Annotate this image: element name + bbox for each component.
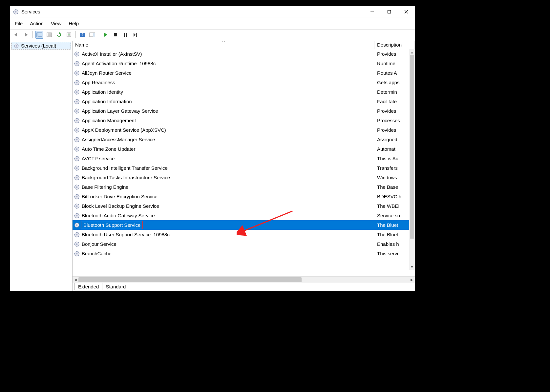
- gear-icon: [74, 213, 80, 219]
- start-service-icon[interactable]: [102, 31, 110, 39]
- service-name-cell: Agent Activation Runtime_10988c: [73, 61, 374, 67]
- service-name-label: Background Tasks Infrastructure Service: [81, 175, 171, 180]
- horizontal-scrollbar[interactable]: ◀ ▶: [73, 276, 415, 283]
- menu-file[interactable]: File: [15, 21, 23, 26]
- service-row[interactable]: AppX Deployment Service (AppXSVC)Provide…: [73, 125, 415, 135]
- close-button[interactable]: [398, 6, 415, 17]
- scroll-down-icon[interactable]: ▼: [409, 264, 415, 270]
- services-list-pane: Name ︿ Description ActiveX Installer (Ax…: [73, 41, 415, 291]
- svg-rect-29: [124, 33, 125, 37]
- service-name-label: AllJoyn Router Service: [81, 70, 132, 76]
- service-row[interactable]: Application InformationFacilitate: [73, 97, 415, 106]
- gear-icon: [74, 89, 80, 95]
- maximize-button[interactable]: [381, 6, 398, 17]
- service-row[interactable]: Background Intelligent Transfer ServiceT…: [73, 163, 415, 173]
- column-header-description-label: Description: [377, 42, 402, 48]
- service-name-cell: Base Filtering Engine: [73, 184, 374, 190]
- gear-icon: [74, 108, 80, 114]
- gear-icon: [74, 222, 80, 228]
- service-name-label: Block Level Backup Engine Service: [81, 203, 160, 209]
- stop-service-icon[interactable]: [112, 31, 119, 39]
- svg-rect-28: [114, 33, 117, 36]
- help-icon[interactable]: ?: [78, 31, 86, 39]
- service-row[interactable]: Application ManagementProcesses: [73, 116, 415, 125]
- service-name-label: AppX Deployment Service (AppXSVC): [81, 127, 167, 133]
- toolbar-separator: [75, 31, 76, 38]
- service-row[interactable]: Agent Activation Runtime_10988cRuntime: [73, 59, 415, 68]
- forward-icon[interactable]: [22, 31, 30, 39]
- service-name-cell: Auto Time Zone Updater: [73, 146, 374, 152]
- service-row[interactable]: BranchCacheThis servi: [73, 249, 415, 258]
- pause-service-icon[interactable]: [121, 31, 129, 39]
- service-row[interactable]: Application IdentityDetermin: [73, 87, 415, 97]
- menu-help[interactable]: Help: [69, 21, 79, 26]
- menu-action[interactable]: Action: [30, 21, 44, 26]
- service-row[interactable]: Bluetooth Audio Gateway ServiceService s…: [73, 211, 415, 220]
- window-title: Services: [21, 9, 364, 14]
- gear-icon: [74, 165, 80, 171]
- service-name-label: Application Management: [81, 118, 137, 123]
- toolbar-separator: [32, 31, 33, 38]
- service-name-cell: App Readiness: [73, 80, 374, 86]
- column-header-name[interactable]: Name ︿: [73, 41, 374, 49]
- back-icon[interactable]: [12, 31, 20, 39]
- toolbar: ?: [10, 29, 415, 40]
- main-split: Services (Local) Name ︿ Description Acti…: [10, 40, 415, 291]
- service-row[interactable]: Auto Time Zone UpdaterAutomat: [73, 144, 415, 154]
- service-row[interactable]: App ReadinessGets apps: [73, 78, 415, 87]
- menu-view[interactable]: View: [51, 21, 61, 26]
- column-header-description[interactable]: Description: [374, 41, 415, 49]
- gear-icon: [74, 156, 80, 162]
- service-name-label: Background Intelligent Transfer Service: [81, 165, 168, 171]
- horizontal-scroll-thumb[interactable]: [78, 277, 302, 282]
- restart-service-icon[interactable]: [131, 31, 139, 39]
- service-row[interactable]: Application Layer Gateway ServiceProvide…: [73, 106, 415, 116]
- scroll-right-icon[interactable]: ▶: [409, 278, 415, 282]
- service-row[interactable]: Bonjour ServiceEnables h: [73, 239, 415, 249]
- show-action-pane-icon[interactable]: [88, 31, 96, 39]
- scroll-up-icon[interactable]: ▲: [409, 49, 415, 55]
- service-row[interactable]: AssignedAccessManager ServiceAssigned: [73, 135, 415, 144]
- list-body: ActiveX Installer (AxInstSV)ProvidesAgen…: [73, 49, 415, 276]
- vertical-scroll-thumb[interactable]: [410, 55, 414, 239]
- service-row[interactable]: BitLocker Drive Encryption ServiceBDESVC…: [73, 192, 415, 201]
- service-name-cell: AVCTP service: [73, 156, 374, 162]
- tab-extended[interactable]: Extended: [74, 283, 102, 290]
- service-name-cell: AssignedAccessManager Service: [73, 137, 374, 143]
- service-row[interactable]: ActiveX Installer (AxInstSV)Provides: [73, 49, 415, 59]
- service-row[interactable]: Bluetooth Support ServiceThe Bluet: [73, 220, 415, 230]
- list-header: Name ︿ Description: [73, 41, 415, 49]
- service-row[interactable]: AllJoyn Router ServiceRoutes A: [73, 68, 415, 78]
- gear-icon: [74, 51, 80, 57]
- tree-root-services-local[interactable]: Services (Local): [11, 42, 71, 49]
- service-row[interactable]: AVCTP serviceThis is Au: [73, 154, 415, 163]
- service-name-label: Agent Activation Runtime_10988c: [81, 61, 156, 66]
- service-name-label: BitLocker Drive Encryption Service: [81, 194, 158, 199]
- vertical-scrollbar[interactable]: ▲ ▼: [409, 49, 415, 270]
- gear-icon: [74, 175, 80, 181]
- service-name-label: Application Identity: [81, 89, 124, 95]
- service-row[interactable]: Base Filtering EngineThe Base: [73, 182, 415, 192]
- service-name-cell: Block Level Backup Engine Service: [73, 203, 374, 209]
- service-row[interactable]: Bluetooth User Support Service_10988cThe…: [73, 230, 415, 239]
- show-tree-icon[interactable]: [35, 31, 43, 39]
- gear-icon: [74, 194, 80, 200]
- properties-icon[interactable]: [65, 31, 73, 39]
- service-row[interactable]: Background Tasks Infrastructure ServiceW…: [73, 173, 415, 182]
- service-name-cell: Application Identity: [73, 89, 374, 95]
- service-row[interactable]: Block Level Backup Engine ServiceThe WBE…: [73, 201, 415, 211]
- service-name-label: AVCTP service: [81, 156, 115, 161]
- svg-rect-27: [93, 33, 95, 37]
- horizontal-scroll-track[interactable]: [78, 277, 409, 283]
- svg-rect-15: [37, 33, 38, 37]
- gear-icon: [74, 61, 80, 67]
- service-rows: ActiveX Installer (AxInstSV)ProvidesAgen…: [73, 49, 415, 258]
- service-name-label: Bluetooth Support Service: [81, 221, 143, 229]
- scroll-left-icon[interactable]: ◀: [73, 278, 78, 282]
- refresh-icon[interactable]: [55, 31, 63, 39]
- service-name-cell: AppX Deployment Service (AppXSVC): [73, 127, 374, 133]
- service-name-label: Bluetooth Audio Gateway Service: [81, 213, 156, 218]
- minimize-button[interactable]: [364, 6, 381, 17]
- tab-standard[interactable]: Standard: [102, 283, 129, 290]
- export-list-icon[interactable]: [45, 31, 53, 39]
